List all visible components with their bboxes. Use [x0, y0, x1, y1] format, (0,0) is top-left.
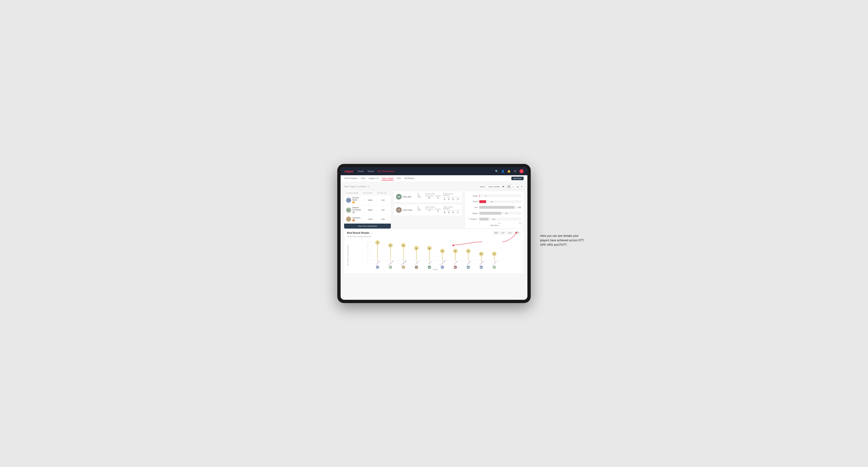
chart-view-btn[interactable]: 📊	[516, 184, 520, 189]
svg-text:M. Miller: M. Miller	[466, 261, 471, 265]
svg-text:3x: 3x	[493, 253, 495, 255]
svg-text:RB: RB	[429, 267, 431, 268]
rees-avatar: RB	[396, 194, 402, 199]
svg-text:7: 7	[367, 241, 368, 243]
leaderboard-header: PLAYER NAME PB SCORE PB AVG SQ	[344, 191, 391, 195]
svg-text:EC: EC	[441, 267, 443, 268]
list-view-btn[interactable]: ≡	[511, 184, 516, 189]
bar-row-eagles: Eagles 3	[467, 194, 522, 197]
view-toggle: ⊞ ≡ 📊 ▼	[507, 184, 524, 189]
team-title: Team Clippd 14 Players ✏	[344, 185, 369, 188]
add-team-button[interactable]: Add Team	[512, 177, 524, 180]
streaks-arrow-icon: ←	[371, 231, 373, 234]
svg-text:J. Coles: J. Coles	[415, 261, 419, 265]
bell-icon[interactable]: 🔔	[507, 169, 511, 173]
show-select[interactable]: Last 3 months	[486, 185, 505, 189]
svg-text:E. Ebert: E. Ebert	[376, 261, 380, 265]
person-icon[interactable]: 👤	[501, 169, 505, 173]
ott-tab[interactable]: OTT	[493, 231, 499, 235]
grid-view-btn[interactable]: ⊞	[507, 184, 511, 189]
edit-icon[interactable]: ✏	[368, 186, 369, 188]
svg-text:Players: Players	[433, 269, 438, 270]
search-icon[interactable]: 🔍	[495, 169, 499, 173]
tablet-frame: clippd Home Teams My Performance 🔍 👤 🔔 ⚙…	[337, 164, 531, 303]
team-header: Team Clippd 14 Players ✏ Show Last 3 mon…	[344, 184, 524, 189]
svg-text:4x: 4x	[455, 250, 456, 252]
leaderboard-row: EC Edward Crossman 2	[344, 205, 391, 215]
arg-tab[interactable]: ARG	[507, 231, 513, 235]
silver-badge: 2	[352, 211, 355, 214]
subnav-pgat[interactable]: PGAT Players	[344, 177, 358, 181]
svg-text:EE: EE	[377, 267, 378, 268]
nav-teams[interactable]: Teams	[367, 169, 374, 173]
leaderboard-panel: PLAYER NAME PB SCORE PB AVG SQ RB	[344, 191, 391, 229]
svg-text:JC: JC	[415, 267, 417, 268]
player-card-rees: RB Rees Britt 02 Sep 2023 Total Rounds T…	[394, 191, 462, 203]
player-cards-panel: RB Rees Britt 02 Sep 2023 Total Rounds T…	[394, 191, 462, 229]
navbar-icons: 🔍 👤 🔔 ⚙ U	[495, 169, 524, 173]
view-leaderboard-button[interactable]: View Full Leaderboard	[344, 224, 391, 228]
svg-text:CQ: CQ	[493, 267, 495, 268]
svg-text:3x: 3x	[480, 253, 483, 255]
bar-row-pars: Pars 499	[467, 206, 522, 209]
svg-text:RB: RB	[480, 267, 483, 268]
chart-x-axis: 0 200 400	[467, 222, 522, 224]
svg-text:5: 5	[367, 247, 368, 248]
bar-row-birdies: Birdies 96	[467, 200, 522, 203]
svg-text:R. Britt: R. Britt	[428, 261, 432, 264]
subnav-hcaps[interactable]: Hcaps 1-5	[369, 177, 378, 181]
gold-badge: 1	[352, 201, 355, 204]
subnav: PGAT Players PGA Hcaps 1-5 Team Clippd T…	[341, 175, 527, 182]
settings-icon[interactable]: ⚙	[513, 169, 517, 173]
y-axis-label: Best Streak, Fairway Accuracy	[347, 239, 349, 271]
main-content: Team Clippd 14 Players ✏ Show Last 3 mon…	[341, 182, 527, 300]
three-col-layout: PLAYER NAME PB SCORE PB AVG SQ RB	[344, 191, 524, 229]
subnav-team-clippd[interactable]: Team Clippd	[382, 177, 394, 181]
svg-text:6x: 6x	[390, 245, 392, 246]
player-info: RB Richard Butler 1	[346, 197, 363, 204]
subnav-links: PGAT Players PGA Hcaps 1-5 Team Clippd T…	[344, 177, 512, 181]
player-count: 14 Players	[356, 185, 367, 188]
streaks-svg: 7 6 5 4 3 2 1 0	[349, 239, 521, 270]
streaks-section: Best Round Streaks ← OTT APP ARG PUTT Of…	[344, 229, 524, 274]
player-avatar: RB	[346, 198, 351, 203]
bar-row-bogeys: Bogeys 311	[467, 212, 522, 215]
svg-text:4x: 4x	[467, 250, 469, 252]
streaks-chart-area: Best Streak, Fairway Accuracy 7 6 5 4	[347, 239, 521, 271]
svg-text:6: 6	[367, 244, 368, 246]
svg-text:C. Quick: C. Quick	[492, 261, 497, 265]
putt-tab[interactable]: PUTT	[514, 231, 521, 235]
bar-chart-panel: Eagles 3 Birdies	[465, 191, 524, 229]
player-info: C Cameron... 3	[346, 217, 363, 222]
navbar: clippd Home Teams My Performance 🔍 👤 🔔 ⚙…	[341, 167, 527, 175]
player-card-josh: JC Josh Coles 26 Aug 2023 Total Rounds T…	[394, 204, 462, 216]
streaks-subtitle: Off The Tee, Fairway Accuracy	[347, 236, 521, 238]
svg-text:0: 0	[367, 260, 368, 261]
filter-btn[interactable]: ▼	[520, 184, 524, 189]
nav-my-performance[interactable]: My Performance	[378, 169, 395, 173]
nav-home[interactable]: Home	[358, 169, 364, 173]
svg-text:R. Butler: R. Butler	[479, 261, 484, 265]
svg-text:5x: 5x	[415, 247, 417, 249]
bronze-badge: 3	[352, 219, 355, 221]
subnav-all-players[interactable]: All Players	[404, 177, 414, 181]
svg-text:BM: BM	[390, 267, 392, 268]
svg-text:DF: DF	[455, 267, 456, 268]
subnav-tour[interactable]: Tour	[397, 177, 401, 181]
app-tab[interactable]: APP	[500, 231, 506, 235]
svg-text:DB: DB	[403, 267, 404, 268]
tablet-screen: clippd Home Teams My Performance 🔍 👤 🔔 ⚙…	[341, 167, 527, 300]
streaks-header: Best Round Streaks ← OTT APP ARG PUTT	[347, 231, 521, 235]
svg-text:6x: 6x	[403, 245, 404, 246]
player-avatar: EC	[346, 208, 351, 213]
svg-text:MM: MM	[467, 267, 469, 268]
svg-text:1: 1	[367, 258, 368, 260]
external-annotation: Here you can see streaks your players ha…	[540, 234, 585, 247]
subnav-pga[interactable]: PGA	[361, 177, 365, 181]
svg-text:4: 4	[367, 250, 368, 251]
svg-text:4x: 4x	[441, 250, 443, 252]
user-avatar[interactable]: U	[519, 169, 524, 173]
svg-text:5x: 5x	[429, 247, 431, 249]
chart-bars: Eagles 3 Birdies	[467, 193, 522, 221]
svg-text:2: 2	[367, 255, 368, 257]
